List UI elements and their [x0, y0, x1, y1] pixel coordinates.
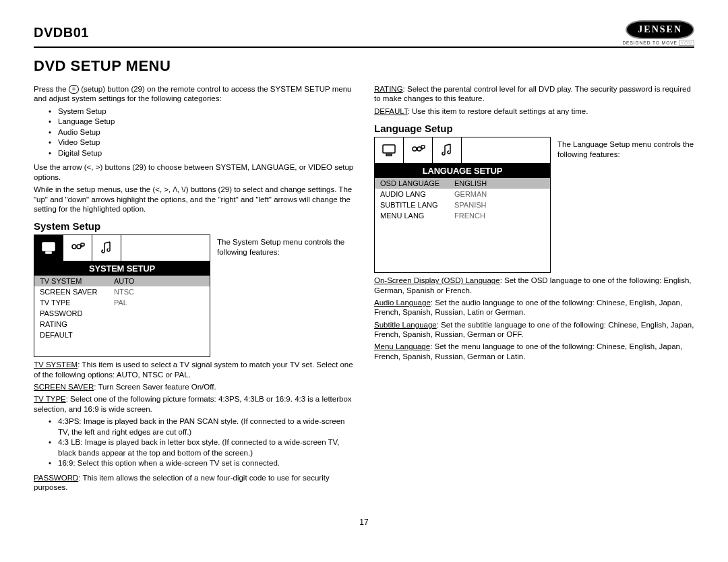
tv-type-desc: TV TYPE: Select one of the following pic…: [34, 394, 354, 414]
list-item: Language Setup: [58, 117, 354, 127]
menu-item: OSD LANGUAGEENGLISH: [375, 178, 550, 189]
system-setup-menu: SYSTEM SETUP TV SYSTEMAUTO SCREEN SAVERN…: [34, 235, 210, 357]
system-tab-icon: [375, 137, 404, 163]
brand-tagline: DESIGNED TO MOVEYOU: [622, 40, 694, 45]
default-desc: DEFAULT: Use this item to restore defaul…: [374, 106, 694, 116]
list-item: System Setup: [58, 106, 354, 117]
list-item: Digital Setup: [58, 148, 354, 159]
page-title: DVD SETUP MENU: [34, 57, 694, 75]
tv-type-options: 4:3PS: Image is played back in the PAN S…: [34, 416, 354, 469]
language-tab-icon: [63, 235, 92, 261]
rating-desc: RATING: Select the parental control leve…: [374, 84, 694, 104]
menu-item: MENU LANGFRENCH: [375, 210, 550, 221]
menu-title: SYSTEM SETUP: [34, 261, 210, 276]
list-item: 4:3 LB: Image is played back in letter b…: [58, 437, 354, 458]
setup-button-icon: ≡: [69, 85, 79, 94]
tv-system-desc: TV SYSTEM: This item is used to select a…: [34, 360, 354, 379]
intro-text: Press the ≡ (setup) button (29) on the r…: [34, 84, 354, 104]
left-column: Press the ≡ (setup) button (29) on the r…: [34, 82, 354, 495]
svg-rect-7: [386, 154, 392, 156]
audio-lang-desc: Audio Language: Set the audio language t…: [374, 298, 694, 317]
page-number: 17: [0, 518, 728, 527]
brand-logo: JENSEN DESIGNED TO MOVEYOU: [622, 20, 694, 45]
svg-rect-6: [383, 145, 395, 153]
system-tab-icon: [34, 235, 63, 261]
menu-lang-desc: Menu Language: Set the menu language to …: [374, 342, 694, 361]
arrow-instructions-1: Use the arrow (<, >) buttons (29) to cho…: [34, 162, 354, 182]
svg-rect-5: [81, 243, 84, 246]
menu-item: DEFAULT: [34, 330, 210, 340]
list-item: Video Setup: [58, 137, 354, 148]
svg-rect-10: [421, 146, 425, 148]
list-item: 4:3PS: Image is played back in the PAN S…: [58, 416, 354, 437]
right-column: RATING: Select the parental control leve…: [374, 82, 694, 495]
system-setup-note: The System Setup menu controls the follo…: [217, 235, 354, 257]
menu-item: RATING: [34, 319, 210, 330]
brand-name: JENSEN: [626, 20, 694, 39]
menu-item: PASSWORD: [34, 308, 210, 319]
svg-point-4: [77, 245, 81, 249]
page-header: DVDB01 JENSEN DESIGNED TO MOVEYOU: [34, 20, 694, 48]
system-setup-heading: System Setup: [34, 220, 354, 232]
osd-lang-desc: On-Screen Display (OSD) Language: Set th…: [374, 276, 694, 295]
svg-rect-1: [46, 252, 51, 253]
svg-rect-2: [44, 244, 53, 249]
audio-tab-icon: [92, 235, 121, 261]
svg-point-9: [417, 147, 421, 151]
svg-point-3: [72, 245, 76, 249]
list-item: Audio Setup: [58, 127, 354, 138]
svg-point-8: [413, 147, 417, 151]
menu-item: TV TYPEPAL: [34, 297, 210, 308]
model-number: DVDB01: [34, 25, 89, 40]
menu-title: LANGUAGE SETUP: [375, 164, 550, 178]
language-setup-note: The Language Setup menu controls the fol…: [557, 137, 694, 160]
list-item: 16:9: Select this option when a wide-scr…: [58, 458, 354, 469]
menu-item: SCREEN SAVERNTSC: [34, 286, 210, 297]
menu-item: SUBTITLE LANGSPANISH: [375, 199, 550, 210]
language-setup-menu: LANGUAGE SETUP OSD LANGUAGEENGLISH AUDIO…: [374, 137, 551, 273]
arrow-instructions-2: While in the setup menus, use the (<, >,…: [34, 185, 354, 214]
audio-tab-icon: [433, 137, 462, 163]
language-setup-heading: Language Setup: [374, 123, 694, 134]
menu-item: TV SYSTEMAUTO: [34, 276, 210, 286]
language-tab-icon: [404, 137, 433, 163]
subtitle-lang-desc: Subtitle Language: Set the subtitle lang…: [374, 320, 694, 340]
menu-item: AUDIO LANGGERMAN: [375, 189, 550, 199]
password-desc: PASSWORD: This item allows the selection…: [34, 473, 354, 493]
category-list: System Setup Language Setup Audio Setup …: [34, 106, 354, 159]
screen-saver-desc: SCREEN SAVER: Turn Screen Saver feature …: [34, 382, 354, 392]
